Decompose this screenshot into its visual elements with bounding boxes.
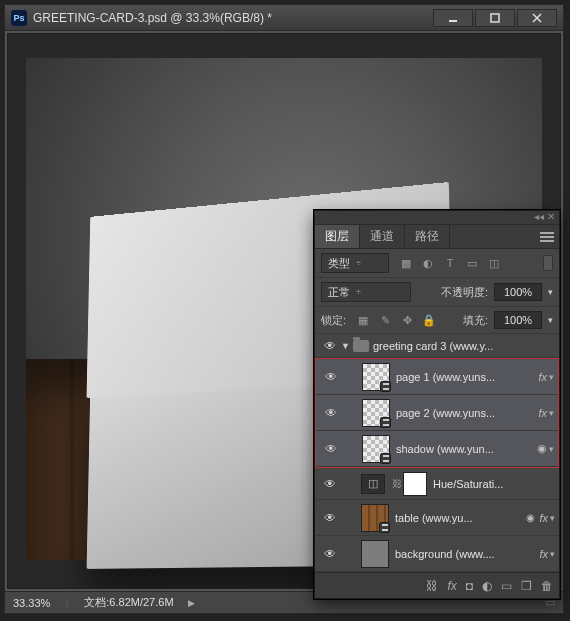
fill-input[interactable]: 100%: [494, 311, 542, 329]
filter-adjustment-icon[interactable]: ◐: [421, 257, 435, 270]
filter-smartobj-icon[interactable]: ◫: [487, 257, 501, 270]
chevron-down-icon: ÷: [356, 287, 361, 297]
panel-grip[interactable]: ◂◂ ✕: [315, 211, 559, 225]
tab-layers[interactable]: 图层: [315, 225, 360, 248]
layer-name[interactable]: page 2 (www.yuns...: [396, 407, 534, 419]
visibility-eye-icon[interactable]: 👁: [324, 511, 336, 525]
new-group-button[interactable]: ▭: [501, 579, 512, 593]
layer-name[interactable]: shadow (www.yun...: [396, 443, 533, 455]
visibility-eye-icon[interactable]: 👁: [325, 370, 337, 384]
titlebar[interactable]: Ps GREETING-CARD-3.psd @ 33.3%(RGB/8) *: [5, 5, 563, 31]
layer-row-page2[interactable]: 👁 page 2 (www.yuns... fx ▾: [316, 395, 558, 431]
visibility-eye-icon[interactable]: 👁: [324, 477, 336, 491]
tab-channels[interactable]: 通道: [360, 225, 405, 248]
smart-object-badge-icon: [380, 417, 391, 428]
fx-badge[interactable]: fx: [539, 548, 548, 560]
mask-link-icon[interactable]: ⛓: [391, 478, 403, 489]
filter-pixel-icon[interactable]: ▩: [399, 257, 413, 270]
layer-row-shadow[interactable]: 👁 shadow (www.yun... ◉ ▾: [316, 431, 558, 467]
layer-filter-row: 类型 ÷ ▩ ◐ T ▭ ◫: [315, 249, 559, 278]
close-icon: [532, 13, 542, 23]
fx-indicator-icon[interactable]: ◉: [537, 442, 547, 455]
photoshop-app-icon: Ps: [11, 10, 27, 26]
layer-row-table[interactable]: 👁 table (www.yu... ◉ fx ▾: [315, 500, 559, 536]
window-close-button[interactable]: [517, 9, 557, 27]
svg-rect-1: [491, 14, 499, 22]
filter-type-icon[interactable]: T: [443, 257, 457, 270]
link-layers-button[interactable]: ⛓: [426, 579, 438, 593]
new-adjustment-button[interactable]: ◐: [482, 579, 492, 593]
window-maximize-button[interactable]: [475, 9, 515, 27]
lock-all-icon[interactable]: 🔒: [422, 314, 436, 327]
filter-kind-select[interactable]: 类型 ÷: [321, 253, 389, 273]
visibility-eye-icon[interactable]: 👁: [324, 547, 336, 561]
mask-thumbnail[interactable]: [403, 472, 427, 496]
layer-name[interactable]: table (www.yu...: [395, 512, 526, 524]
layer-name[interactable]: page 1 (www.yuns...: [396, 371, 534, 383]
layer-row-background[interactable]: 👁 background (www.... fx ▾: [315, 536, 559, 572]
visibility-eye-icon[interactable]: 👁: [325, 442, 337, 456]
lock-position-icon[interactable]: ✥: [400, 314, 414, 327]
panel-tabs: 图层 通道 路径: [315, 225, 559, 249]
blend-mode-value: 正常: [328, 285, 350, 300]
filter-toggle-switch[interactable]: [543, 255, 553, 271]
chevron-down-icon[interactable]: ▾: [548, 315, 553, 325]
visibility-eye-icon[interactable]: 👁: [324, 339, 336, 353]
layer-thumbnail[interactable]: [361, 504, 389, 532]
fx-disclosure-icon[interactable]: ▾: [549, 372, 554, 382]
lock-transparency-icon[interactable]: ▦: [356, 314, 370, 327]
layer-row-page1[interactable]: 👁 page 1 (www.yuns... fx ▾: [316, 359, 558, 395]
fx-badge[interactable]: fx: [538, 371, 547, 383]
blend-mode-select[interactable]: 正常 ÷: [321, 282, 411, 302]
layer-thumbnail[interactable]: [362, 435, 390, 463]
layer-thumbnail[interactable]: [361, 540, 389, 568]
fx-badge[interactable]: fx: [539, 512, 548, 524]
tab-paths[interactable]: 路径: [405, 225, 450, 248]
new-layer-button[interactable]: ❐: [521, 579, 532, 593]
panel-collapse-icon[interactable]: ◂◂: [534, 211, 544, 224]
minimize-icon: [448, 13, 458, 23]
layer-row-adjustment[interactable]: 👁 ◫ ⛓ Hue/Saturati...: [315, 468, 559, 500]
layer-thumbnail[interactable]: [362, 363, 390, 391]
fx-disclosure-icon[interactable]: ▾: [550, 513, 555, 523]
fx-disclosure-icon[interactable]: ▾: [549, 444, 554, 454]
layers-panel[interactable]: ◂◂ ✕ 图层 通道 路径 类型 ÷ ▩ ◐ T ▭ ◫ 正常 ÷: [314, 210, 560, 599]
svg-rect-0: [449, 20, 457, 22]
status-menu-chevron-icon[interactable]: ▶: [188, 598, 195, 608]
svg-rect-3: [540, 236, 554, 238]
svg-rect-4: [540, 240, 554, 242]
delete-layer-button[interactable]: 🗑: [541, 579, 553, 593]
visibility-eye-icon[interactable]: 👁: [325, 406, 337, 420]
layer-list: 👁 ▼ greeting card 3 (www.y... 👁 page 1 (…: [315, 334, 559, 572]
add-mask-button[interactable]: ◘: [466, 579, 473, 593]
folder-icon: [353, 340, 369, 352]
lock-label: 锁定:: [321, 313, 346, 328]
opacity-input[interactable]: 100%: [494, 283, 542, 301]
group-disclosure-icon[interactable]: ▼: [341, 341, 353, 351]
chevron-down-icon: ÷: [356, 258, 361, 268]
group-name[interactable]: greeting card 3 (www.y...: [373, 340, 555, 352]
fx-indicator-icon[interactable]: ◉: [526, 512, 535, 523]
zoom-readout[interactable]: 33.33%: [13, 597, 50, 609]
layer-name[interactable]: background (www....: [395, 548, 535, 560]
smart-object-badge-icon: [380, 381, 391, 392]
filter-kind-label: 类型: [328, 256, 350, 271]
layer-group-row[interactable]: 👁 ▼ greeting card 3 (www.y...: [315, 334, 559, 358]
smart-object-badge-icon: [379, 522, 390, 533]
panel-close-icon[interactable]: ✕: [547, 211, 555, 224]
layer-name[interactable]: Hue/Saturati...: [433, 478, 555, 490]
filter-shape-icon[interactable]: ▭: [465, 257, 479, 270]
status-resize-handle-icon[interactable]: ⸽: [64, 597, 70, 609]
fx-disclosure-icon[interactable]: ▾: [549, 408, 554, 418]
layer-thumbnail[interactable]: [362, 399, 390, 427]
maximize-icon: [490, 13, 500, 23]
fx-badge[interactable]: fx: [538, 407, 547, 419]
window-minimize-button[interactable]: [433, 9, 473, 27]
fill-label: 填充:: [463, 313, 488, 328]
layer-style-button[interactable]: fx: [447, 579, 456, 593]
panel-menu-button[interactable]: [535, 225, 559, 248]
lock-paint-icon[interactable]: ✎: [378, 314, 392, 327]
fx-disclosure-icon[interactable]: ▾: [550, 549, 555, 559]
smart-object-badge-icon: [380, 453, 391, 464]
chevron-down-icon[interactable]: ▾: [548, 287, 553, 297]
